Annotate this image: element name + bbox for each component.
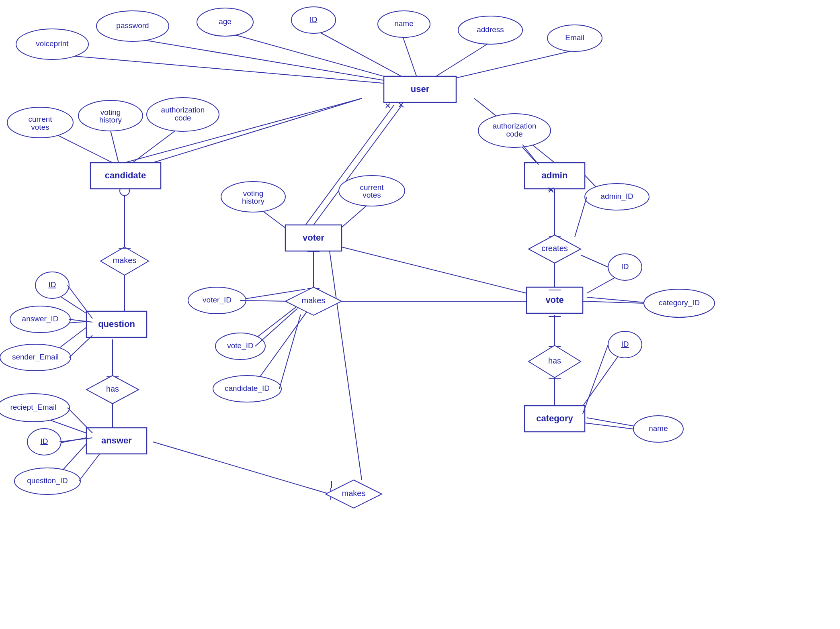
svg-line-67 — [69, 335, 92, 357]
entity-answer-label: answer — [101, 435, 132, 445]
svg-line-62 — [581, 255, 608, 267]
attr-address-label: address — [477, 25, 504, 34]
attr-auth-code-admin-label2: code — [506, 130, 522, 138]
attr-current-votes-cand-label: current — [28, 115, 52, 123]
attr-password-label: password — [116, 21, 149, 30]
entity-admin-label: admin — [542, 170, 568, 180]
entity-voter-label: voter — [303, 233, 324, 243]
svg-line-71 — [575, 197, 587, 237]
attr-age-label: age — [219, 17, 232, 26]
attr-reciept-email-label: reciept_Email — [10, 403, 56, 412]
entity-question-label: question — [98, 319, 135, 329]
svg-line-16 — [338, 203, 370, 231]
svg-line-44 — [579, 349, 623, 412]
attr-ans-id-label: ID — [41, 437, 48, 445]
svg-line-64 — [585, 423, 633, 429]
svg-line-14 — [133, 127, 181, 163]
svg-line-70 — [79, 454, 100, 481]
attr-auth-code-cand-label2: code — [174, 114, 191, 122]
attr-category-id-label: category_ID — [659, 298, 700, 307]
rel-has1-label: has — [548, 356, 561, 365]
svg-line-57 — [330, 251, 362, 480]
entity-user-label: user — [411, 84, 430, 94]
rel-makes2-label: makes — [302, 296, 326, 305]
svg-line-58 — [240, 300, 287, 301]
attr-voting-history-cand-label2: history — [99, 116, 122, 124]
attr-sender-email-label: sender_Email — [12, 353, 59, 361]
rel-makes3-label: makes — [342, 489, 366, 498]
attr-vote-id2-label: ID — [621, 262, 629, 271]
attr-q-id-label: ID — [49, 280, 56, 289]
svg-line-30 — [334, 245, 527, 293]
attr-auth-code-admin-label: authorization — [493, 122, 537, 130]
attr-email-label: Email — [565, 33, 584, 42]
attr-candidate-id-label: candidate_ID — [225, 384, 270, 393]
rel-makes1-label: makes — [113, 256, 137, 265]
attr-question-id-label: question_ID — [27, 476, 68, 485]
rel-has2-label: has — [106, 384, 119, 393]
attr-voter-id-label: voter_ID — [203, 296, 232, 304]
attr-current-votes-voter-label: current — [360, 183, 384, 192]
entity-category-label: category — [536, 413, 573, 423]
svg-line-6 — [52, 54, 420, 86]
attr-auth-code-cand-label: authorization — [161, 106, 205, 114]
svg-line-60 — [279, 314, 301, 389]
attr-voting-history-voter-label: voting — [243, 189, 264, 198]
svg-line-68 — [68, 408, 92, 433]
entity-candidate-label: candidate — [105, 170, 146, 180]
svg-line-55 — [153, 442, 330, 494]
attr-voiceprint-label: voiceprint — [36, 39, 69, 48]
svg-line-63 — [583, 345, 608, 414]
attr-user-id-label: ID — [310, 15, 318, 24]
svg-line-10 — [305, 105, 394, 225]
attr-answer-id-label: answer_ID — [22, 314, 59, 323]
attr-cat-id-label: ID — [621, 340, 629, 348]
svg-line-65 — [68, 285, 92, 319]
attr-vote-id-label: vote_ID — [227, 341, 253, 350]
rel-creates-label: creates — [541, 244, 568, 253]
attr-current-votes-voter-label2: votes — [363, 191, 381, 199]
svg-line-9 — [313, 105, 402, 225]
attr-voting-history-voter-label2: history — [242, 197, 264, 205]
attr-current-votes-cand-label2: votes — [31, 123, 49, 131]
attr-cat-name-label: name — [649, 424, 668, 433]
er-diagram: .entity-rect { fill: white; stroke: #333… — [0, 0, 840, 629]
svg-line-59 — [255, 308, 297, 346]
attr-name-label: name — [394, 19, 414, 28]
svg-line-0 — [133, 38, 420, 86]
er-diagram-svg: .entity-rect { fill: white; stroke: #333… — [0, 0, 840, 629]
attr-admin-id-label: admin_ID — [600, 192, 633, 201]
attr-voting-history-cand-label: voting — [100, 108, 121, 116]
entity-vote-label: vote — [545, 295, 563, 305]
